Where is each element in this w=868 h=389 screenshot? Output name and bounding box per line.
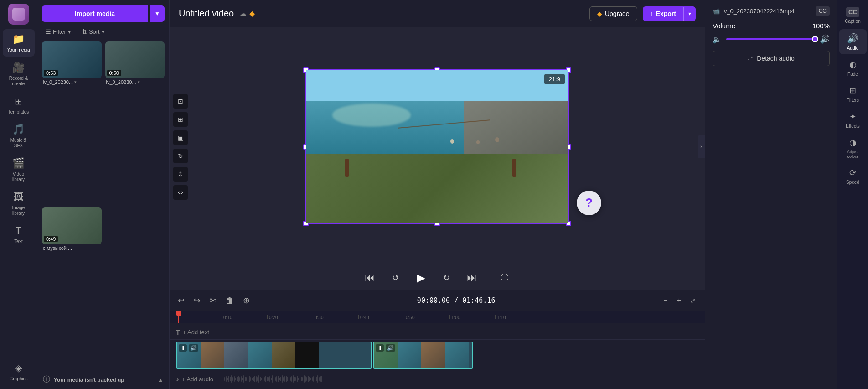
right-icon-caption[interactable]: CC Caption [839, 4, 867, 27]
import-media-caret-button[interactable]: ▼ [150, 5, 165, 22]
caption-label: Caption [845, 19, 860, 24]
right-icon-speed[interactable]: ⟳ Speed [839, 164, 867, 188]
clip2-preview: 0:50 [105, 41, 165, 78]
sidebar-item-text[interactable]: T Text [3, 221, 35, 248]
skip-to-start-button[interactable]: ⏮ [362, 270, 378, 286]
help-icon: ? [585, 196, 593, 210]
sort-chevron-icon: ▾ [102, 28, 105, 35]
app-logo[interactable] [8, 4, 29, 25]
left-sidebar: 📁 Your media 🎥 Record &create ⊞ Template… [0, 0, 37, 389]
clip2-timeline-thumb-4 [445, 342, 469, 368]
collapse-panel-button[interactable]: › [698, 135, 705, 158]
clip1-name: lv_0_20230... [43, 79, 73, 85]
volume-label: Volume [713, 22, 735, 30]
right-icon-fade[interactable]: ◐ Fade [839, 56, 867, 80]
filter-button[interactable]: ☰ Filter ▾ [42, 26, 75, 37]
skip-to-end-button[interactable]: ⏭ [464, 270, 480, 286]
sidebar-item-record-create[interactable]: 🎥 Record &create [3, 57, 35, 90]
preview-rotate-icon[interactable]: ↻ [173, 149, 188, 163]
sidebar-item-your-media[interactable]: 📁 Your media [3, 29, 35, 57]
volume-slider-thumb [812, 36, 818, 42]
rewind-5s-button[interactable]: ↺ [387, 270, 403, 286]
export-caret[interactable]: ▾ [683, 7, 696, 21]
video-library-icon: 🎬 [12, 157, 25, 170]
sidebar-item-templates[interactable]: ⊞ Templates [3, 91, 35, 119]
sidebar-item-label-your-media: Your media [7, 47, 30, 53]
fullscreen-button[interactable]: ⛶ [496, 270, 513, 286]
music-sfx-icon: 🎵 [12, 123, 25, 136]
media-panel: Import media ▼ ☰ Filter ▾ ⇅ Sort ▾ 0:53 … [37, 0, 170, 389]
playback-controls: ⏮ ↺ ▶ ↻ ⏭ ⛶ [170, 266, 705, 290]
detach-audio-button[interactable]: ⇌ Detach audio [713, 51, 830, 66]
undo-button[interactable]: ↩ [175, 294, 187, 307]
detach-audio-label: Detach audio [757, 55, 795, 62]
timeline-clip-1[interactable]: ⏸ 🔊 [176, 342, 372, 369]
image-library-icon: 🖼 [12, 191, 25, 203]
ruler-mark-30: 0:30 [313, 315, 358, 320]
clip1-timeline-thumb-3 [224, 342, 248, 368]
fit-timeline-button[interactable]: ⤢ [687, 295, 699, 306]
project-icons: ☁ ◆ [239, 9, 255, 18]
volume-slider[interactable] [726, 38, 815, 40]
captions-button[interactable]: CC [816, 6, 830, 16]
export-main: ↑ Export [643, 6, 683, 21]
media-grid: 0:53 lv_0_20230... ▾ 0:50 lv_0_20230... … [37, 41, 169, 370]
upgrade-button[interactable]: ◆ Upgrade [589, 6, 637, 21]
sidebar-item-music-sfx[interactable]: 🎵 Music &SFX [3, 119, 35, 152]
sidebar-item-video-library[interactable]: 🎬 Videolibrary [3, 153, 35, 186]
clip2-chevron-icon[interactable]: ▾ [138, 80, 140, 84]
right-icons-sidebar: CC Caption 🔊 Audio ◐ Fade ⊞ Filters ✦ Ef… [837, 0, 868, 389]
backup-close-button[interactable]: ▲ [157, 376, 164, 384]
fade-label: Fade [847, 72, 858, 77]
media-thumb-1[interactable]: 0:53 lv_0_20230... ▾ [42, 41, 102, 204]
preview-layout-icon[interactable]: ▣ [173, 130, 188, 145]
preview-flip-v-icon[interactable]: ⇕ [173, 167, 188, 182]
preview-controls-left: ⊡ ⊞ ▣ ↻ ⇕ ⇔ [170, 90, 191, 203]
preview-area: ⊡ ⊞ ▣ ↻ ⇕ ⇔ [170, 27, 705, 266]
filter-label: Filter [53, 28, 66, 35]
help-bubble[interactable]: ? [577, 191, 601, 215]
add-audio-row[interactable]: ♪ + Add audio [170, 371, 705, 387]
sidebar-item-graphics[interactable]: ◈ Graphics [3, 358, 35, 385]
file-icon: 📹 [713, 8, 720, 15]
add-to-timeline-button[interactable]: ⊕ [240, 294, 253, 307]
preview-crop-icon[interactable]: ⊞ [173, 112, 188, 127]
add-text-row[interactable]: T + Add text [170, 325, 705, 340]
volume-speaker-icon: 🔈 [713, 35, 722, 44]
sort-icon: ⇅ [82, 28, 87, 35]
split-button[interactable]: ✂ [207, 294, 219, 307]
timeline-clip-2[interactable]: ⏸ 🔊 [373, 342, 473, 369]
import-media-button[interactable]: Import media [42, 5, 148, 22]
right-panel: 📹 lv_0_20230704222416mp4 CC Volume 100% … [705, 0, 837, 389]
text-track-icon: T [176, 329, 180, 336]
templates-icon: ⊞ [12, 95, 25, 108]
right-icon-filters[interactable]: ⊞ Filters [839, 82, 867, 106]
sort-button[interactable]: ⇅ Sort ▾ [78, 26, 108, 37]
zoom-in-button[interactable]: + [673, 295, 685, 306]
preview-resize-icon[interactable]: ⊡ [173, 94, 188, 109]
media-thumb-3[interactable]: 0:49 с музыкой.... [42, 207, 102, 370]
project-title[interactable]: Untitled video [179, 8, 234, 19]
timeline-time: 00:00.00 / 01:46.16 [256, 296, 656, 305]
clip1-pause-icon: ⏸ [179, 344, 187, 352]
export-button[interactable]: ↑ Export ▾ [643, 6, 696, 21]
redo-button[interactable]: ↪ [191, 294, 203, 307]
clip2-timeline-thumb-2 [398, 342, 421, 368]
clip1-chevron-icon[interactable]: ▾ [74, 80, 77, 84]
clip1-timeline-thumb-4 [248, 342, 272, 368]
sidebar-item-label-image-library: Imagelibrary [12, 205, 25, 216]
media-thumb-2[interactable]: 0:50 lv_0_20230... ▾ [105, 41, 165, 204]
sidebar-item-image-library[interactable]: 🖼 Imagelibrary [3, 187, 35, 220]
right-icon-effects[interactable]: ✦ Effects [839, 108, 867, 132]
zoom-out-button[interactable]: − [660, 295, 671, 306]
forward-5s-button[interactable]: ↻ [438, 270, 455, 286]
delete-button[interactable]: 🗑 [223, 294, 237, 307]
upgrade-label: Upgrade [605, 10, 630, 17]
play-pause-button[interactable]: ▶ [413, 270, 429, 286]
mute-button[interactable]: 🔊 [820, 34, 830, 44]
audio-label: Audio [847, 46, 859, 51]
ruler-mark-100: 1:00 [450, 315, 495, 320]
right-icon-audio[interactable]: 🔊 Audio [839, 29, 867, 54]
right-icon-adjust-colors[interactable]: ◑ Adjustcolors [839, 134, 867, 162]
preview-flip-h-icon[interactable]: ⇔ [173, 185, 188, 200]
